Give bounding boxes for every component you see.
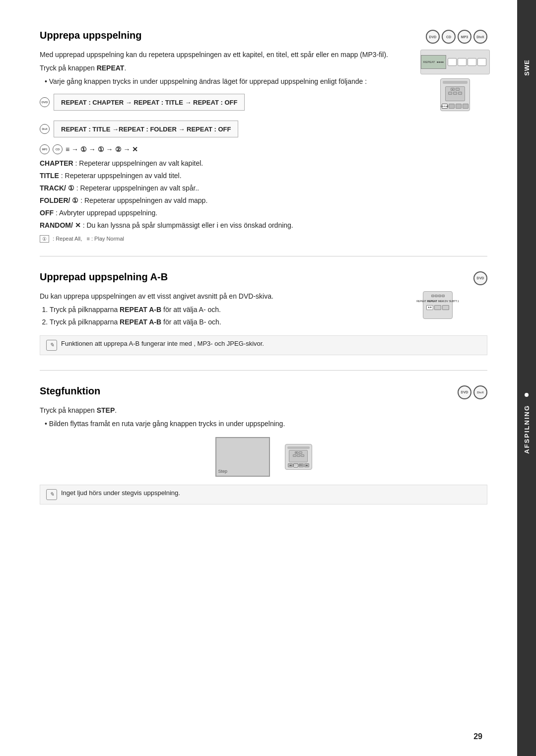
note-box-ab: ✎ Funktionen att upprepa A-B fungerar in…	[40, 335, 487, 355]
note-box-steg: ✎ Inget ljud hörs under stegvis uppspeln…	[40, 485, 487, 504]
divx-flow-row: DivX REPEAT : TITLE →REPEAT : FOLDER → R…	[40, 118, 413, 140]
ab-intro: Du kan upprepa uppspelningen av ett viss…	[40, 291, 413, 302]
upprepa-intro: Med upprepad uppspelning kan du repetera…	[40, 50, 413, 60]
device-btn-3	[468, 58, 476, 66]
section-header-steg: Stegfunktion DVD DivX	[40, 385, 487, 399]
device-btn-2	[458, 58, 467, 66]
mp3cd-flow-row: MP3 CD ≡ → ① → ① → ② → ✕	[40, 144, 413, 154]
def-random: RANDOM/ ✕ : Du kan lyssna på spår slumpm…	[40, 220, 413, 231]
def-off: OFF : Avbryter upprepad uppspelning.	[40, 208, 413, 218]
section-title-ab: Upprepad uppspelning A-B	[40, 271, 168, 283]
steg-tryck: Tryck på knappen STEP.	[40, 405, 487, 416]
device-image-top: REPEAT ●●●●	[420, 50, 490, 74]
device-btn-4	[477, 58, 486, 66]
upprepa-text: Med upprepad uppspelning kan du repetera…	[40, 50, 413, 246]
disc-icon-mp3: MP3	[458, 30, 471, 44]
ab-remote-top	[425, 295, 450, 298]
device-btn-1	[448, 58, 457, 66]
note-text-steg: Inget ljud hörs under stegvis uppspelnin…	[61, 489, 180, 497]
section-title-upprepa: Upprepa uppspelning	[40, 30, 142, 41]
disc-icon-dvd: DVD	[426, 30, 440, 44]
disc-icon-dvd-ab: DVD	[473, 271, 487, 285]
step-images: Step ▲	[40, 437, 487, 477]
main-content: Upprepa uppspelning DVD CD MP3 DivX Med …	[0, 0, 517, 756]
section-header-upprepa: Upprepa uppspelning DVD CD MP3 DivX	[40, 30, 487, 44]
ab-repeat-btn: A-B	[426, 305, 433, 310]
disc-icon-divx-steg: DivX	[473, 385, 487, 399]
extra-btn-1	[449, 104, 455, 109]
right-sidebar: SWE AFSPILNING	[517, 0, 536, 756]
ab-image-col: REPEATREPEATMEM.DVSUBTT.1 A-B	[423, 291, 487, 330]
ab-steps: Tryck på pilknapparna REPEAT A-B för att…	[50, 305, 413, 327]
disc-icon-cd: CD	[442, 30, 456, 44]
remote-btn-row-1: REPEAT	[442, 104, 469, 109]
section-upprepa: Upprepa uppspelning DVD CD MP3 DivX Med …	[40, 30, 487, 256]
ab-step-2: Tryck på pilknapparna REPEAT A-B för att…	[50, 317, 413, 327]
def-track: TRACK/ ① : Repeterar uppspelningen av va…	[40, 183, 413, 193]
upprepa-image-col: REPEAT ●●●●	[423, 50, 487, 246]
page-number: 29	[473, 732, 482, 741]
section-upprepad-ab: Upprepad uppspelning A-B DVD Du kan uppr…	[40, 271, 487, 371]
ab-btn-3	[442, 305, 449, 310]
dvd-flow-text: REPEAT : CHAPTER → REPEAT : TITLE → REPE…	[61, 99, 237, 106]
flow-symbols: ≡ → ① → ① → ② → ✕	[66, 145, 138, 153]
section-title-steg: Stegfunktion	[40, 385, 100, 397]
upprepa-bullet: Varje gång knappen trycks in under uppsp…	[45, 76, 413, 87]
dvd-icon-flow: DVD	[40, 97, 50, 107]
device-btn-group	[448, 58, 486, 66]
def-title: TITLE : Repeterar uppspelningen av vald …	[40, 171, 413, 181]
section-stegfunktion: Stegfunktion DVD DivX Tryck på knappen S…	[40, 385, 487, 519]
ab-content: Du kan upprepa uppspelningen av ett viss…	[40, 291, 487, 330]
dvd-flow-box: REPEAT : CHAPTER → REPEAT : TITLE → REPE…	[54, 94, 245, 111]
note-text-ab: Funktionen att upprepa A-B fungerar inte…	[61, 340, 264, 347]
disc-icons-upprepa: DVD CD MP3 DivX	[426, 30, 487, 44]
dvd-flow-row: DVD REPEAT : CHAPTER → REPEAT : TITLE → …	[40, 91, 413, 114]
ab-text: Du kan upprepa uppspelningen av ett viss…	[40, 291, 413, 330]
swe-label: SWE	[523, 60, 531, 76]
divx-flow-text: REPEAT : TITLE →REPEAT : FOLDER → REPEAT…	[61, 126, 231, 133]
disc-icons-steg: DVD DivX	[458, 385, 487, 399]
def-folder: FOLDER/ ① : Repeterar uppspelningen av v…	[40, 195, 413, 206]
page-container: Upprepa uppspelning DVD CD MP3 DivX Med …	[0, 0, 536, 756]
ab-btn-row: A-B	[425, 305, 450, 310]
small-note: ① : Repeat All, ≡ : Play Normal	[40, 235, 413, 243]
remote-ab: REPEATREPEATMEM.DVSUBTT.1 A-B	[423, 291, 453, 319]
repeat-btn: REPEAT	[442, 104, 448, 109]
def-chapter: CHAPTER : Repeterar uppspelningen av val…	[40, 158, 413, 169]
divx-icon-flow: DivX	[40, 124, 50, 134]
extra-btn-3	[463, 104, 469, 109]
upprepa-tryck: Tryck på knappen REPEAT.	[40, 63, 413, 73]
step-screen-label: Step	[218, 469, 228, 474]
step-remote: ▲ ◀◀ STEP	[285, 444, 312, 470]
sidebar-dot	[525, 393, 529, 397]
mp3-icon: MP3	[40, 144, 50, 154]
remote-control-upprepa: ▲ REPEAT	[440, 78, 470, 111]
ab-btn-2	[434, 305, 441, 310]
note-icon-steg: ✎	[46, 489, 57, 500]
definition-list: CHAPTER : Repeterar uppspelningen av val…	[40, 158, 413, 231]
cd-icon-flow: CD	[53, 144, 63, 154]
disc-icons-ab: DVD	[473, 271, 487, 285]
section-header-ab: Upprepad uppspelning A-B DVD	[40, 271, 487, 285]
extra-btn-2	[456, 104, 462, 109]
step-screen-container: Step	[215, 437, 270, 477]
divx-flow-box: REPEAT : TITLE →REPEAT : FOLDER → REPEAT…	[54, 121, 238, 137]
device-display: REPEAT ●●●●	[421, 55, 446, 69]
ab-step-1: Tryck på pilknapparna REPEAT A-B för att…	[50, 305, 413, 315]
upprepa-content: Med upprepad uppspelning kan du repetera…	[40, 50, 487, 246]
steg-bullet: Bilden flyttas framåt en ruta varje gång…	[45, 419, 487, 429]
step-remote-container: ▲ ◀◀ STEP	[285, 444, 312, 470]
step-screen: Step	[215, 437, 270, 477]
afspilning-label: AFSPILNING	[523, 405, 531, 454]
disc-icon-dvd-steg: DVD	[458, 385, 471, 399]
note-icon-ab: ✎	[46, 340, 57, 351]
disc-icon-divx: DivX	[473, 30, 487, 44]
